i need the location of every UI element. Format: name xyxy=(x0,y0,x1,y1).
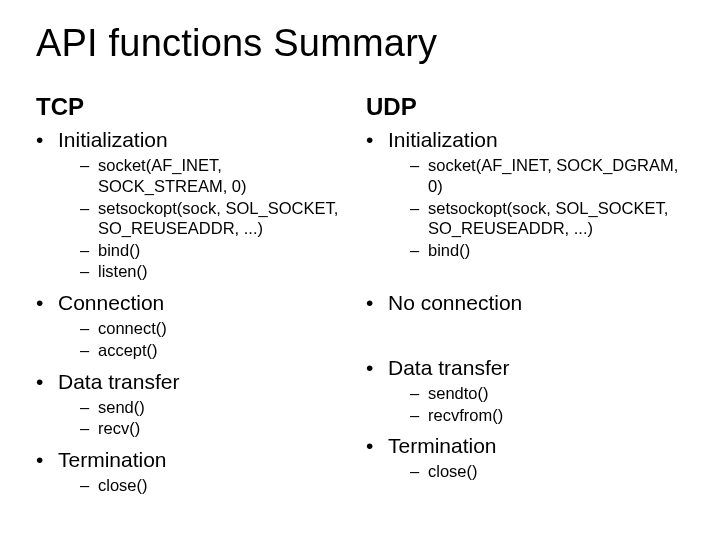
sub-list-item: –accept() xyxy=(80,340,354,361)
list-item: • Connection –connect() –accept() xyxy=(36,290,354,361)
column-heading: UDP xyxy=(366,93,684,121)
slide: API functions Summary TCP • Initializati… xyxy=(0,0,720,540)
sub-list-item: –send() xyxy=(80,397,354,418)
sub-list-text: bind() xyxy=(98,240,354,261)
sub-list-text: sendto() xyxy=(428,383,684,404)
list-item-label: Connection xyxy=(58,290,164,316)
bullet-icon: • xyxy=(366,355,388,381)
sub-list-item: –close() xyxy=(80,475,354,496)
sub-list-item: –connect() xyxy=(80,318,354,339)
list-item-row: • Initialization xyxy=(366,127,684,153)
list-item-row: • No connection xyxy=(366,290,684,316)
list-item-label: Initialization xyxy=(388,127,498,153)
bullet-icon: • xyxy=(36,290,58,316)
columns-container: TCP • Initialization –socket(AF_INET, SO… xyxy=(36,93,684,504)
sub-list-text: send() xyxy=(98,397,354,418)
bullet-icon: • xyxy=(36,447,58,473)
sub-list-item: –socket(AF_INET, SOCK_STREAM, 0) xyxy=(80,155,354,196)
dash-icon: – xyxy=(80,397,98,418)
bullet-icon: • xyxy=(36,369,58,395)
dash-icon: – xyxy=(80,155,98,176)
column-tcp: TCP • Initialization –socket(AF_INET, SO… xyxy=(36,93,354,504)
column-heading: TCP xyxy=(36,93,354,121)
list-item-label: Data transfer xyxy=(58,369,179,395)
sub-list: –sendto() –recvfrom() xyxy=(366,383,684,425)
bullet-icon: • xyxy=(366,127,388,153)
sub-list-item: –setsockopt(sock, SOL_SOCKET, SO_REUSEAD… xyxy=(80,198,354,239)
sub-list-text: recvfrom() xyxy=(428,405,684,426)
list-item-row: • Termination xyxy=(36,447,354,473)
sub-list-text: close() xyxy=(428,461,684,482)
sub-list-text: listen() xyxy=(98,261,354,282)
sub-list-item: –setsockopt(sock, SOL_SOCKET, SO_REUSEAD… xyxy=(410,198,684,239)
sub-list-text: close() xyxy=(98,475,354,496)
list-item: • Termination –close() xyxy=(36,447,354,496)
dash-icon: – xyxy=(80,198,98,219)
list-item-label: Initialization xyxy=(58,127,168,153)
bullet-icon: • xyxy=(366,433,388,459)
sub-list-item: –bind() xyxy=(410,240,684,261)
bullet-icon: • xyxy=(366,290,388,316)
dash-icon: – xyxy=(80,261,98,282)
list-item-label: No connection xyxy=(388,290,522,316)
list-item-row: • Data transfer xyxy=(36,369,354,395)
list-item: • Termination –close() xyxy=(366,433,684,482)
list-item: • Data transfer –sendto() –recvfrom() xyxy=(366,355,684,426)
sub-list-text: connect() xyxy=(98,318,354,339)
list-item-row: • Data transfer xyxy=(366,355,684,381)
dash-icon: – xyxy=(80,340,98,361)
bullet-list: • Initialization –socket(AF_INET, SOCK_D… xyxy=(366,127,684,482)
sub-list: –send() –recv() xyxy=(36,397,354,439)
sub-list-item: –listen() xyxy=(80,261,354,282)
slide-title: API functions Summary xyxy=(36,22,684,65)
sub-list-text: socket(AF_INET, SOCK_DGRAM, 0) xyxy=(428,155,684,196)
list-item-row: • Initialization xyxy=(36,127,354,153)
bullet-icon: • xyxy=(36,127,58,153)
sub-list-text: setsockopt(sock, SOL_SOCKET, SO_REUSEADD… xyxy=(98,198,354,239)
sub-list-item: –sendto() xyxy=(410,383,684,404)
column-udp: UDP • Initialization –socket(AF_INET, SO… xyxy=(366,93,684,504)
list-item-label: Termination xyxy=(388,433,497,459)
sub-list-text: bind() xyxy=(428,240,684,261)
dash-icon: – xyxy=(410,198,428,219)
bullet-list: • Initialization –socket(AF_INET, SOCK_S… xyxy=(36,127,354,496)
sub-list: –close() xyxy=(36,475,354,496)
dash-icon: – xyxy=(410,461,428,482)
sub-list-text: socket(AF_INET, SOCK_STREAM, 0) xyxy=(98,155,354,196)
dash-icon: – xyxy=(80,475,98,496)
dash-icon: – xyxy=(80,318,98,339)
dash-icon: – xyxy=(410,383,428,404)
sub-list-text: recv() xyxy=(98,418,354,439)
list-item: • Data transfer –send() –recv() xyxy=(36,369,354,440)
sub-list: –connect() –accept() xyxy=(36,318,354,360)
list-item: • Initialization –socket(AF_INET, SOCK_S… xyxy=(36,127,354,282)
sub-list-item: –close() xyxy=(410,461,684,482)
sub-list: –socket(AF_INET, SOCK_STREAM, 0) –setsoc… xyxy=(36,155,354,282)
dash-icon: – xyxy=(410,155,428,176)
list-item: • Initialization –socket(AF_INET, SOCK_D… xyxy=(366,127,684,260)
sub-list-text: accept() xyxy=(98,340,354,361)
dash-icon: – xyxy=(80,240,98,261)
list-item-label: Data transfer xyxy=(388,355,509,381)
sub-list-item: –recvfrom() xyxy=(410,405,684,426)
list-item: • No connection xyxy=(366,290,684,316)
sub-list-item: –recv() xyxy=(80,418,354,439)
sub-list-item: –socket(AF_INET, SOCK_DGRAM, 0) xyxy=(410,155,684,196)
dash-icon: – xyxy=(410,240,428,261)
list-item-label: Termination xyxy=(58,447,167,473)
list-item-row: • Connection xyxy=(36,290,354,316)
sub-list: –close() xyxy=(366,461,684,482)
dash-icon: – xyxy=(410,405,428,426)
sub-list: –socket(AF_INET, SOCK_DGRAM, 0) –setsock… xyxy=(366,155,684,260)
dash-icon: – xyxy=(80,418,98,439)
list-item-row: • Termination xyxy=(366,433,684,459)
sub-list-item: –bind() xyxy=(80,240,354,261)
sub-list-text: setsockopt(sock, SOL_SOCKET, SO_REUSEADD… xyxy=(428,198,684,239)
